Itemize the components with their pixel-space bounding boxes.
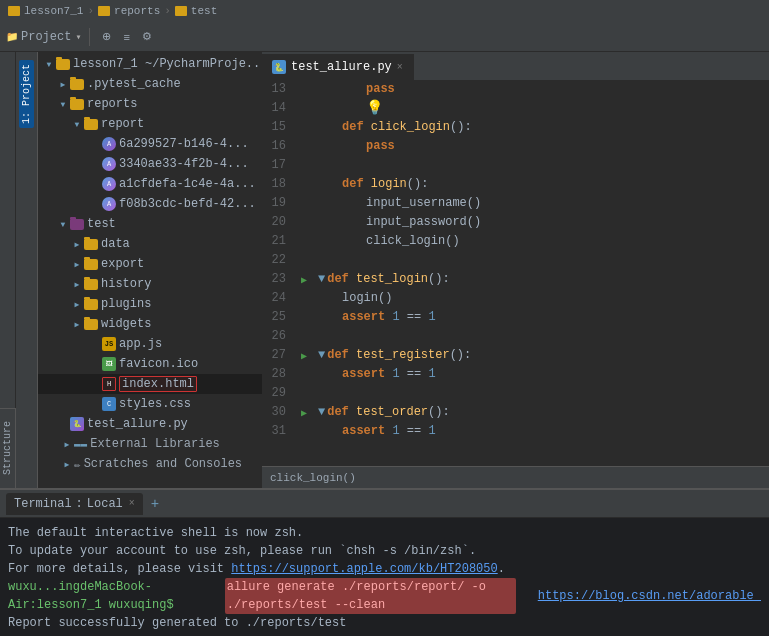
code-line-31: assert 1 == 1: [318, 422, 765, 441]
plugins-label: plugins: [101, 297, 151, 311]
report-folder-icon: [84, 119, 98, 130]
breadcrumb-reports[interactable]: reports: [114, 5, 160, 17]
terminal-add-btn[interactable]: +: [151, 496, 159, 512]
breadcrumb-test[interactable]: test: [191, 5, 217, 17]
structure-label: Structure: [2, 421, 13, 475]
run-arrow-27[interactable]: ▶: [294, 346, 314, 365]
run-arrow-30[interactable]: ▶: [294, 403, 314, 422]
history-arrow-icon: [70, 277, 84, 291]
external-libraries-label: External Libraries: [90, 437, 220, 451]
plugins-arrow-icon: [70, 297, 84, 311]
allure2-icon: A: [102, 157, 116, 171]
tree-widgets[interactable]: widgets: [38, 314, 262, 334]
toolbar-add-btn[interactable]: ⊕: [98, 28, 115, 45]
toolbar-list-btn[interactable]: ≡: [119, 29, 133, 45]
tree-history[interactable]: history: [38, 274, 262, 294]
code-line-24: login(): [318, 289, 765, 308]
terminal-tab-close[interactable]: ×: [129, 498, 135, 509]
appjs-label: app.js: [119, 337, 162, 351]
code-line-25: assert 1 == 1: [318, 308, 765, 327]
allure2-label: 3340ae33-4f2b-4...: [119, 157, 249, 171]
toolbar-separator: [89, 28, 90, 46]
stylescss-icon: C: [102, 397, 116, 411]
terminal-label: Terminal: [14, 497, 72, 511]
folder-icon-small: [8, 6, 20, 16]
left-vertical-tabs: 1: Project: [16, 52, 38, 488]
export-folder-icon: [84, 259, 98, 270]
allure3-label: a1cfdefa-1c4e-4a...: [119, 177, 256, 191]
tree-test-allure-py[interactable]: 🐍 test_allure.py: [38, 414, 262, 434]
terminal-tabs: Terminal : Local × +: [0, 490, 769, 518]
gutter: ▶ ▶ ▶: [294, 80, 314, 466]
tab-test-allure[interactable]: 🐍 test_allure.py ×: [262, 54, 414, 80]
tree-external-libraries[interactable]: ▬▬ External Libraries: [38, 434, 262, 454]
code-line-23: ▼def test_login():: [318, 270, 765, 289]
testallurey-icon: 🐍: [70, 417, 84, 431]
code-line-14: 💡: [318, 99, 765, 118]
code-content[interactable]: pass 💡 def click_login(): pass d: [314, 80, 769, 466]
root-arrow-icon: [42, 57, 56, 71]
terminal-link2[interactable]: https://blog.csdn.net/adorable_: [538, 587, 761, 605]
tree-data[interactable]: data: [38, 234, 262, 254]
data-label: data: [101, 237, 130, 251]
code-line-27: ▼def test_register():: [318, 346, 765, 365]
tree-scratches[interactable]: ✏️ Scratches and Consoles: [38, 454, 262, 474]
tab-close-btn[interactable]: ×: [397, 62, 403, 73]
line-numbers: 13 14 15 16 17 18 19 20 21 22 23 24 25 2…: [262, 80, 294, 466]
terminal-prompt: wuxu...ingdeMacBook-Air:lesson7_1 wuxuqi…: [8, 578, 218, 614]
tree-report[interactable]: report: [38, 114, 262, 134]
tab-label: test_allure.py: [291, 60, 392, 74]
scratches-icon: ✏️: [74, 458, 81, 471]
terminal-colon: :: [76, 497, 83, 511]
toolbar-settings-btn[interactable]: ⚙: [138, 28, 156, 45]
breadcrumb-lesson7[interactable]: lesson7_1: [24, 5, 83, 17]
project-panel-label: 📁 Project: [6, 30, 71, 44]
scratches-arrow-icon: [60, 457, 74, 471]
editor-tab-bar: 🐍 test_allure.py ×: [262, 52, 769, 80]
run-arrow-23[interactable]: ▶: [294, 270, 314, 289]
data-arrow-icon: [70, 237, 84, 251]
tree-reports[interactable]: reports: [38, 94, 262, 114]
widgets-folder-icon: [84, 319, 98, 330]
favicon-label: favicon.ico: [119, 357, 198, 371]
structure-side-tab[interactable]: Structure: [0, 408, 16, 488]
terminal-tab-local[interactable]: Terminal : Local ×: [6, 493, 143, 515]
editor-breadcrumb-bottom: click_login(): [262, 466, 769, 488]
allure1-label: 6a299527-b146-4...: [119, 137, 249, 151]
tree-allure3[interactable]: A a1cfdefa-1c4e-4a...: [38, 174, 262, 194]
favicon-icon: 🖼: [102, 357, 116, 371]
tree-index-html[interactable]: H index.html: [38, 374, 262, 394]
code-line-29: [318, 384, 765, 403]
code-line-15: def click_login():: [318, 118, 765, 137]
tree-favicon[interactable]: 🖼 favicon.ico: [38, 354, 262, 374]
tree-test[interactable]: test: [38, 214, 262, 234]
project-vertical-tab[interactable]: 1: Project: [19, 60, 34, 128]
history-label: history: [101, 277, 151, 291]
terminal-body[interactable]: The default interactive shell is now zsh…: [0, 518, 769, 636]
code-line-22: [318, 251, 765, 270]
tree-allure2[interactable]: A 3340ae33-4f2b-4...: [38, 154, 262, 174]
code-area: 13 14 15 16 17 18 19 20 21 22 23 24 25 2…: [262, 80, 769, 466]
external-lib-icon: ▬▬: [74, 438, 87, 450]
project-tree: lesson7_1 ~/PycharmProje... .pytest_cach…: [38, 52, 262, 488]
indexhtml-icon: H: [102, 377, 116, 391]
tree-export[interactable]: export: [38, 254, 262, 274]
tree-allure1[interactable]: A 6a299527-b146-4...: [38, 134, 262, 154]
tree-allure4[interactable]: A f08b3cdc-befd-42...: [38, 194, 262, 214]
tree-pytest-cache[interactable]: .pytest_cache: [38, 74, 262, 94]
root-label: lesson7_1 ~/PycharmProje...: [73, 57, 262, 71]
code-line-28: assert 1 == 1: [318, 365, 765, 384]
root-folder-icon: [56, 59, 70, 70]
tree-plugins[interactable]: plugins: [38, 294, 262, 314]
tree-root[interactable]: lesson7_1 ~/PycharmProje...: [38, 54, 262, 74]
terminal-link1[interactable]: https://support.apple.com/kb/HT208050: [231, 562, 497, 576]
data-folder-icon: [84, 239, 98, 250]
tree-styles-css[interactable]: C styles.css: [38, 394, 262, 414]
testallurey-label: test_allure.py: [87, 417, 188, 431]
code-line-17: [318, 156, 765, 175]
tree-app-js[interactable]: JS app.js: [38, 334, 262, 354]
dropdown-arrow-icon: ▾: [75, 31, 81, 43]
breadcrumb-bar: lesson7_1 › reports › test: [0, 0, 769, 22]
code-line-21: click_login(): [318, 232, 765, 251]
plugins-folder-icon: [84, 299, 98, 310]
